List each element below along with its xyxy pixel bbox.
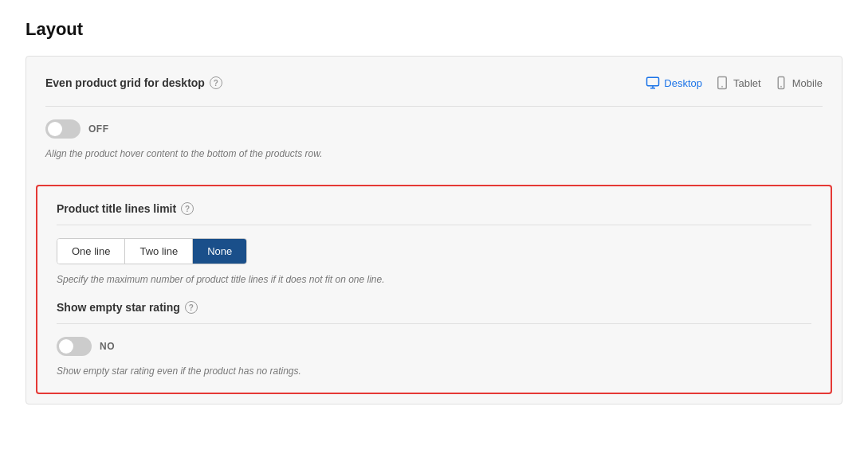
section-title: Even product grid for desktop ? [45,76,222,89]
product-title-hint: Specify the maximum number of product ti… [57,274,811,285]
tablet-icon [715,76,729,90]
star-rating-hint: Show empty star rating even if the produ… [57,365,811,377]
divider-2 [57,225,811,225]
help-icon-star-rating[interactable]: ? [185,301,198,314]
section-header: Even product grid for desktop ? Desktop [45,72,823,93]
title-lines-button-group: One line Two line None [57,238,247,264]
product-title-lines-title: Product title lines limit ? [57,202,811,215]
mobile-tab-label: Mobile [792,77,823,89]
even-product-hint: Align the product hover content to the b… [45,148,823,159]
divider-1 [45,106,823,107]
btn-two-line[interactable]: Two line [125,239,193,264]
tab-mobile[interactable]: Mobile [774,72,823,93]
product-title-lines-label: Product title lines limit [57,202,176,215]
tablet-tab-label: Tablet [733,77,761,89]
page-title: Layout [26,19,842,40]
toggle-even-product[interactable] [45,119,81,139]
tab-tablet[interactable]: Tablet [715,72,761,93]
toggle-slider-even-product [45,119,81,139]
toggle-row-star: NO [57,337,811,356]
show-empty-star-label: Show empty star rating [57,301,180,314]
tab-desktop[interactable]: Desktop [646,72,702,93]
even-product-grid-label: Even product grid for desktop [45,76,205,89]
monitor-icon [646,76,660,90]
mobile-icon [774,76,788,90]
desktop-tab-label: Desktop [664,77,702,89]
toggle-label-star: NO [100,341,115,352]
even-product-grid-section: Even product grid for desktop ? Desktop [26,57,842,175]
toggle-star[interactable] [57,337,92,356]
highlight-section: Product title lines limit ? One line Two… [36,185,832,394]
divider-3 [57,323,811,324]
toggle-slider-star [57,337,92,356]
show-empty-star-section: Show empty star rating ? NO Show empty s… [57,301,811,377]
help-icon-even-product[interactable]: ? [210,76,222,89]
help-icon-product-title[interactable]: ? [181,202,194,215]
svg-rect-0 [647,77,659,86]
btn-none[interactable]: None [193,239,246,264]
toggle-row-even-product: OFF [45,119,823,139]
btn-one-line[interactable]: One line [57,239,125,264]
show-empty-star-title: Show empty star rating ? [57,301,811,314]
toggle-label-even-product: OFF [88,123,109,135]
device-tabs: Desktop Tablet Mobil [646,72,823,93]
main-card: Even product grid for desktop ? Desktop [26,56,842,405]
